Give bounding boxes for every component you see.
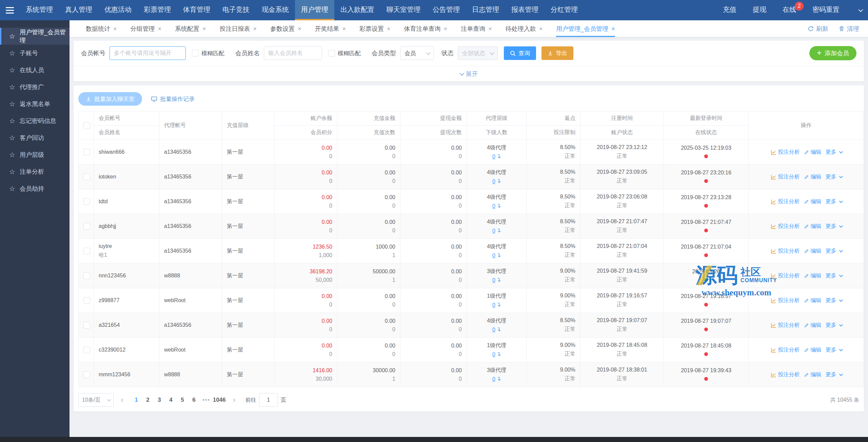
nav-item[interactable]: 聊天室管理 bbox=[380, 0, 427, 20]
row-checkbox[interactable] bbox=[83, 248, 90, 254]
search-button[interactable]: 查询 bbox=[504, 46, 536, 60]
row-checkbox[interactable] bbox=[83, 322, 90, 329]
prev-page-button[interactable]: ‹ bbox=[116, 396, 128, 404]
more-link[interactable]: 更多 bbox=[826, 322, 842, 329]
clean-button[interactable]: 清理 bbox=[839, 25, 859, 33]
edit-link[interactable]: 编辑 bbox=[804, 272, 822, 279]
nav-item[interactable]: 电子竞技 bbox=[216, 0, 256, 20]
sidebar-item[interactable]: ☆会员劫持 bbox=[0, 180, 70, 197]
sidebar-item[interactable]: ☆用户管理_会员管理 bbox=[0, 28, 70, 45]
refresh-button[interactable]: 刷新 bbox=[808, 25, 828, 33]
tab-close-icon[interactable]: × bbox=[158, 26, 162, 32]
bet-analysis-link[interactable]: 投注分析 bbox=[771, 149, 800, 156]
nav-item[interactable]: 出入款配置 bbox=[334, 0, 380, 20]
topbar-right-item[interactable]: 充值 bbox=[715, 0, 745, 20]
page-number-button[interactable]: 6 bbox=[188, 394, 200, 406]
sidebar-item[interactable]: ☆忘记密码信息 bbox=[0, 112, 70, 129]
page-number-button[interactable]: 3 bbox=[154, 394, 165, 406]
nav-item[interactable]: 公告管理 bbox=[427, 0, 466, 20]
row-checkbox[interactable] bbox=[83, 297, 90, 304]
bet-analysis-link[interactable]: 投注分析 bbox=[771, 248, 800, 255]
tab-close-icon[interactable]: × bbox=[253, 26, 257, 32]
topbar-right-item[interactable]: 提现 bbox=[745, 0, 774, 20]
bet-analysis-link[interactable]: 投注分析 bbox=[771, 371, 800, 378]
sidebar-item[interactable]: ☆用户层级 bbox=[0, 146, 70, 163]
nav-item[interactable]: 优惠活动 bbox=[98, 0, 138, 20]
export-button[interactable]: 导出 bbox=[541, 46, 573, 60]
edit-link[interactable]: 编辑 bbox=[804, 297, 822, 304]
edit-link[interactable]: 编辑 bbox=[804, 371, 822, 378]
bet-analysis-link[interactable]: 投注分析 bbox=[771, 198, 800, 205]
more-link[interactable]: 更多 bbox=[826, 223, 842, 230]
expand-toggle[interactable]: 展开 bbox=[74, 66, 864, 81]
tab-close-icon[interactable]: × bbox=[488, 26, 492, 32]
row-checkbox[interactable] bbox=[83, 223, 90, 230]
row-checkbox[interactable] bbox=[83, 149, 90, 155]
page-number-button[interactable]: 5 bbox=[177, 394, 188, 406]
nav-item[interactable]: 分红管理 bbox=[545, 0, 584, 20]
nav-item[interactable]: 现金系统 bbox=[256, 0, 295, 20]
tab-item[interactable]: 投注日报表× bbox=[220, 20, 257, 37]
sidebar-item[interactable]: ☆客户回访 bbox=[0, 129, 70, 146]
topbar-right-item[interactable]: 密码重置 bbox=[804, 0, 848, 20]
page-size-select[interactable]: 10条/页 bbox=[78, 393, 114, 407]
nav-item[interactable]: 日志管理 bbox=[466, 0, 505, 20]
tab-item[interactable]: 参数设置× bbox=[270, 20, 301, 37]
sidebar-item[interactable]: ☆在线人员 bbox=[0, 62, 70, 79]
bet-analysis-link[interactable]: 投注分析 bbox=[771, 272, 800, 279]
tab-item[interactable]: 待处理入款× bbox=[506, 20, 543, 37]
tab-close-icon[interactable]: × bbox=[113, 26, 117, 32]
page-number-button[interactable]: 2 bbox=[142, 394, 154, 406]
tab-close-icon[interactable]: × bbox=[387, 26, 391, 32]
tab-item[interactable]: 体育注单查询× bbox=[404, 20, 448, 37]
edit-link[interactable]: 编辑 bbox=[804, 223, 822, 230]
bet-analysis-link[interactable]: 投注分析 bbox=[771, 297, 800, 304]
tab-close-icon[interactable]: × bbox=[342, 26, 346, 32]
more-link[interactable]: 更多 bbox=[826, 173, 842, 181]
more-link[interactable]: 更多 bbox=[826, 272, 842, 279]
row-checkbox[interactable] bbox=[83, 346, 90, 353]
tab-item[interactable]: 分组管理× bbox=[131, 20, 162, 37]
menu-toggle-icon[interactable] bbox=[0, 0, 20, 20]
sub-count-link[interactable]: 0 bbox=[492, 203, 501, 209]
sub-count-link[interactable]: 0 bbox=[492, 253, 501, 259]
nav-item[interactable]: 彩票管理 bbox=[138, 0, 177, 20]
topbar-right-item[interactable]: 在线2 bbox=[774, 0, 804, 20]
sidebar-item[interactable]: ☆返水黑名单 bbox=[0, 96, 70, 112]
tab-item[interactable]: 数据统计× bbox=[86, 20, 117, 37]
tab-item[interactable]: 彩票设置× bbox=[359, 20, 391, 37]
more-link[interactable]: 更多 bbox=[826, 198, 842, 205]
nav-item[interactable]: 真人管理 bbox=[59, 0, 98, 20]
more-link[interactable]: 更多 bbox=[826, 149, 842, 156]
tab-close-icon[interactable]: × bbox=[611, 26, 615, 32]
row-checkbox[interactable] bbox=[83, 371, 90, 378]
sub-count-link[interactable]: 0 bbox=[492, 376, 501, 382]
tab-close-icon[interactable]: × bbox=[444, 26, 448, 32]
batch-op-log-link[interactable]: 批量操作记录 bbox=[151, 95, 195, 103]
tab-item[interactable]: 系统配置× bbox=[175, 20, 206, 37]
tab-close-icon[interactable]: × bbox=[202, 26, 206, 32]
sidebar-item[interactable]: ☆代理推广 bbox=[0, 79, 70, 96]
page-number-button[interactable]: 1 bbox=[131, 394, 142, 406]
sub-count-link[interactable]: 0 bbox=[492, 302, 501, 308]
tab-item[interactable]: 注单查询× bbox=[461, 20, 492, 37]
goto-page-input[interactable] bbox=[259, 393, 278, 407]
tab-close-icon[interactable]: × bbox=[539, 26, 543, 32]
next-page-button[interactable]: › bbox=[229, 396, 240, 404]
edit-link[interactable]: 编辑 bbox=[804, 149, 822, 156]
sub-count-link[interactable]: 0 bbox=[492, 352, 501, 358]
fuzzy-match-checkbox-2[interactable] bbox=[328, 50, 335, 57]
edit-link[interactable]: 编辑 bbox=[804, 173, 822, 181]
sidebar-item[interactable]: ☆注单分析 bbox=[0, 163, 70, 180]
more-link[interactable]: 更多 bbox=[826, 346, 842, 354]
sub-count-link[interactable]: 0 bbox=[492, 228, 501, 234]
member-type-select[interactable]: 会员 bbox=[400, 46, 434, 60]
nav-item[interactable]: 系统管理 bbox=[20, 0, 59, 20]
edit-link[interactable]: 编辑 bbox=[804, 346, 822, 354]
row-checkbox[interactable] bbox=[83, 198, 90, 205]
batch-join-chat-button[interactable]: 批量加入聊天室 bbox=[78, 92, 142, 106]
page-number-button[interactable]: 4 bbox=[165, 394, 177, 406]
fuzzy-match-checkbox-1[interactable] bbox=[192, 50, 199, 57]
sub-count-link[interactable]: 0 bbox=[492, 178, 501, 185]
user-dropdown-caret[interactable] bbox=[852, 0, 868, 20]
